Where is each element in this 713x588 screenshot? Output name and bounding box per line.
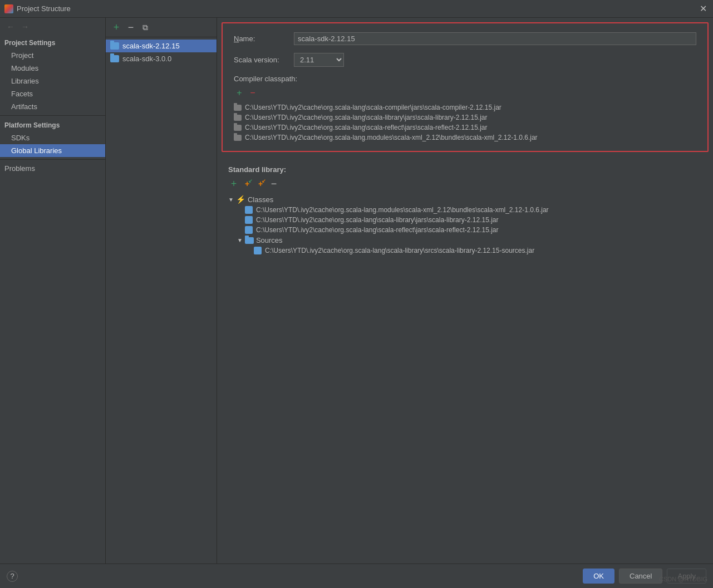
compiler-classpath-label: Compiler classpath: bbox=[234, 75, 696, 83]
classpath-item-0: C:\Users\YTD\.ivy2\cache\org.scala-lang\… bbox=[234, 103, 696, 112]
remove-button[interactable]: − bbox=[125, 21, 137, 33]
classpath-items: C:\Users\YTD\.ivy2\cache\org.scala-lang\… bbox=[234, 103, 696, 142]
detail-top: Name: Scala version: 2.11 2.12 2.13 3.0 … bbox=[222, 22, 709, 152]
classpath-add-button[interactable]: + bbox=[234, 87, 245, 99]
scala-version-label: Scala version: bbox=[234, 56, 289, 64]
tree-toolbar: + − ⧉ bbox=[106, 18, 217, 37]
classes-path-0: C:\Users\YTD\.ivy2\cache\org.scala-lang.… bbox=[256, 206, 549, 214]
classpath-folder-icon-1 bbox=[234, 115, 242, 121]
copy-button[interactable]: ⧉ bbox=[139, 21, 151, 33]
watermark: CSDN @HTDBIG bbox=[659, 576, 707, 582]
sources-node-header: ▼ Sources bbox=[237, 235, 702, 246]
sidebar-item-problems[interactable]: Problems bbox=[0, 162, 105, 175]
classpath-folder-icon-3 bbox=[234, 135, 242, 141]
tree-item-label-1: scala-sdk-3.0.0 bbox=[122, 55, 171, 63]
artifacts-label: Artifacts bbox=[11, 102, 37, 111]
main-content: ← → Project Settings Project Modules Lib… bbox=[0, 18, 713, 564]
std-lib-toolbar: + +↙ +↙ − bbox=[228, 178, 702, 189]
tree-item-scala-2-12[interactable]: scala-sdk-2.12.15 bbox=[106, 40, 217, 52]
platform-settings-label: Platform Settings bbox=[0, 118, 105, 131]
sidebar-item-sdks[interactable]: SDKs bbox=[0, 131, 105, 144]
nav-arrows: ← → bbox=[0, 18, 105, 36]
project-label: Project bbox=[11, 51, 33, 60]
std-add-button[interactable]: + bbox=[228, 178, 239, 189]
classpath-remove-button[interactable]: − bbox=[247, 87, 258, 99]
sources-label: Sources bbox=[256, 236, 283, 244]
std-add-special-button[interactable]: +↙ bbox=[242, 178, 253, 189]
window-title: Project Structure bbox=[17, 4, 697, 13]
sdks-label: SDKs bbox=[11, 134, 29, 142]
sidebar: ← → Project Settings Project Modules Lib… bbox=[0, 18, 106, 564]
sidebar-item-facets[interactable]: Facets bbox=[0, 87, 105, 100]
std-remove-button[interactable]: − bbox=[268, 178, 279, 189]
sidebar-divider-2 bbox=[0, 159, 105, 160]
sources-collapse-arrow[interactable]: ▼ bbox=[237, 237, 243, 243]
global-libraries-label: Global Libraries bbox=[11, 146, 62, 155]
classes-item-1: C:\Users\YTD\.ivy2\cache\org.scala-lang\… bbox=[245, 215, 702, 225]
facets-label: Facets bbox=[11, 90, 33, 98]
classpath-item-3: C:\Users\YTD\.ivy2\cache\org.scala-lang.… bbox=[234, 133, 696, 142]
tree-item-scala-3-0[interactable]: scala-sdk-3.0.0 bbox=[106, 52, 217, 65]
classpath-path-3: C:\Users\YTD\.ivy2\cache\org.scala-lang.… bbox=[245, 134, 538, 141]
back-arrow[interactable]: ← bbox=[4, 21, 17, 32]
scala-version-select[interactable]: 2.11 2.12 2.13 3.0 bbox=[294, 53, 344, 67]
classes-node-header: ▼ ⚡ Classes bbox=[228, 194, 702, 205]
title-bar: Project Structure ✕ bbox=[0, 0, 713, 18]
classpath-item-1: C:\Users\YTD\.ivy2\cache\org.scala-lang\… bbox=[234, 113, 696, 122]
sources-item-0: C:\Users\YTD\.ivy2\cache\org.scala-lang\… bbox=[254, 246, 702, 256]
std-add-orange-button[interactable]: +↙ bbox=[255, 178, 266, 189]
add-button[interactable]: + bbox=[110, 21, 122, 33]
name-row: Name: bbox=[234, 32, 696, 45]
window: Project Structure ✕ ← → Project Settings… bbox=[0, 0, 713, 588]
classes-icon: ⚡ bbox=[236, 195, 245, 204]
sidebar-divider bbox=[0, 115, 105, 116]
bottom-bar: ? OK Cancel Apply bbox=[0, 564, 713, 588]
project-settings-label: Project Settings bbox=[0, 36, 105, 49]
jar-icon-sources-0 bbox=[254, 247, 262, 254]
folder-icon-blue bbox=[110, 42, 119, 50]
sidebar-item-artifacts[interactable]: Artifacts bbox=[0, 100, 105, 113]
classes-path-2: C:\Users\YTD\.ivy2\cache\org.scala-lang\… bbox=[256, 226, 499, 234]
tree-panel: + − ⧉ scala-sdk-2.12.15 scala-sdk-3.0.0 bbox=[106, 18, 217, 564]
scala-version-row: Scala version: 2.11 2.12 2.13 3.0 bbox=[234, 53, 696, 67]
forward-arrow[interactable]: → bbox=[19, 21, 31, 32]
classes-label: Classes bbox=[248, 195, 273, 204]
tree-item-label-0: scala-sdk-2.12.15 bbox=[122, 42, 180, 50]
close-button[interactable]: ✕ bbox=[697, 3, 709, 14]
tree-items: scala-sdk-2.12.15 scala-sdk-3.0.0 bbox=[106, 37, 217, 67]
cancel-button[interactable]: Cancel bbox=[619, 569, 662, 584]
classpath-folder-icon-0 bbox=[234, 105, 242, 111]
app-icon bbox=[4, 4, 13, 13]
classes-item-2: C:\Users\YTD\.ivy2\cache\org.scala-lang\… bbox=[245, 225, 702, 235]
classpath-path-0: C:\Users\YTD\.ivy2\cache\org.scala-lang\… bbox=[245, 104, 501, 111]
classes-collapse-arrow[interactable]: ▼ bbox=[228, 197, 234, 203]
sidebar-item-project[interactable]: Project bbox=[0, 49, 105, 62]
classpath-path-2: C:\Users\YTD\.ivy2\cache\org.scala-lang\… bbox=[245, 124, 488, 131]
folder-icon-blue-2 bbox=[110, 55, 119, 62]
name-field-label: Name: bbox=[234, 35, 289, 43]
classes-node: ▼ ⚡ Classes C:\Users\YTD\.ivy2\cache\org… bbox=[228, 194, 702, 235]
sources-node: ▼ Sources C:\Users\YTD\.ivy2\cache\org.s… bbox=[237, 235, 702, 256]
help-button[interactable]: ? bbox=[7, 571, 18, 582]
classes-item-0: C:\Users\YTD\.ivy2\cache\org.scala-lang.… bbox=[245, 205, 702, 215]
sidebar-item-modules[interactable]: Modules bbox=[0, 62, 105, 75]
classpath-path-1: C:\Users\YTD\.ivy2\cache\org.scala-lang\… bbox=[245, 114, 487, 121]
ok-button[interactable]: OK bbox=[583, 569, 614, 584]
name-underline-char: N bbox=[234, 35, 239, 43]
classpath-folder-icon-2 bbox=[234, 125, 242, 131]
jar-icon-0 bbox=[245, 206, 253, 214]
libraries-label: Libraries bbox=[11, 77, 39, 85]
detail-panel: Name: Scala version: 2.11 2.12 2.13 3.0 … bbox=[217, 18, 713, 564]
classpath-item-2: C:\Users\YTD\.ivy2\cache\org.scala-lang\… bbox=[234, 123, 696, 132]
classes-path-1: C:\Users\YTD\.ivy2\cache\org.scala-lang\… bbox=[256, 216, 498, 224]
sources-path-0: C:\Users\YTD\.ivy2\cache\org.scala-lang\… bbox=[265, 247, 534, 254]
standard-library-section: Standard library: + +↙ +↙ − ▼ ⚡ bbox=[217, 156, 713, 564]
sidebar-item-global-libraries[interactable]: Global Libraries bbox=[0, 144, 105, 157]
sidebar-item-libraries[interactable]: Libraries bbox=[0, 75, 105, 87]
sources-folder-icon bbox=[245, 237, 254, 244]
name-input[interactable] bbox=[294, 32, 696, 45]
standard-library-title: Standard library: bbox=[228, 165, 702, 174]
modules-label: Modules bbox=[11, 64, 38, 72]
jar-icon-2 bbox=[245, 226, 253, 234]
problems-label: Problems bbox=[4, 164, 35, 173]
